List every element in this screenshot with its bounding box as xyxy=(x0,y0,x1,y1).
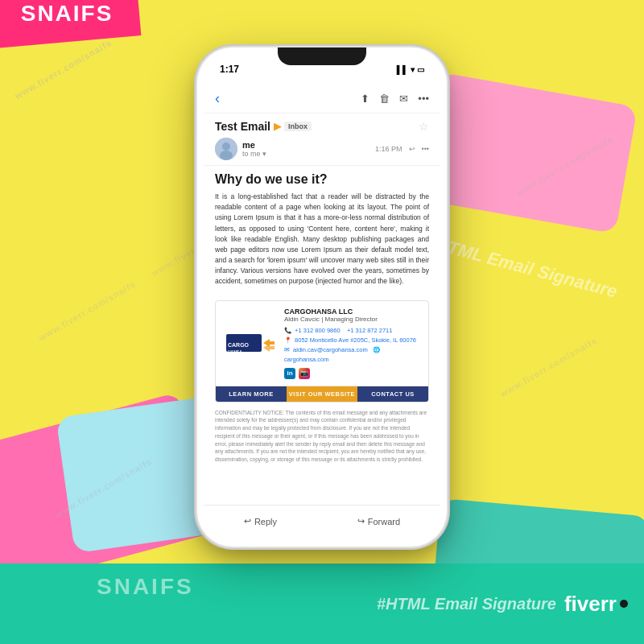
svg-point-1 xyxy=(222,142,230,151)
social-icons: in 📷 xyxy=(284,368,420,379)
star-icon[interactable]: ☆ xyxy=(419,120,429,133)
signature-buttons: LEARN MORE VISIT OUR WEBSITE CONTACT US xyxy=(216,386,428,402)
confidentiality-notice: CONFIDENTIALITY NOTICE: The contents of … xyxy=(215,409,429,464)
status-time: 1:17 xyxy=(220,64,239,75)
reply-bar: ↩ Reply ↪ Forward xyxy=(204,505,440,537)
web-icon: 🌐 xyxy=(373,346,380,353)
signature-block: CARGO HANSA CARGOHANSA LLC Aldin Cavcic … xyxy=(215,300,429,402)
instagram-icon[interactable]: 📷 xyxy=(299,368,310,379)
avatar xyxy=(215,138,237,160)
forward-label: Forward xyxy=(368,517,400,526)
contact-details: 📞 +1 312 800 9860 +1 312 872 2711 📍 8052… xyxy=(284,326,420,365)
signal-icon: ▌▌ xyxy=(397,65,408,74)
reply-icon[interactable]: ↩ xyxy=(409,145,415,153)
time-label: 1:16 PM xyxy=(375,145,402,153)
address-line: 📍 8052 Monticello Ave #205C, Skokie, IL … xyxy=(284,336,420,345)
more-options-icon[interactable]: ••• xyxy=(422,145,429,153)
more-icon[interactable]: ••• xyxy=(418,93,429,105)
email-body-text: It is a long-established fact that a rea… xyxy=(215,192,429,287)
snaifs-bottom-label: SNAIFS xyxy=(97,574,194,600)
phone-body: 1:17 ▌▌ ▾ ▭ ‹ ⬆ 🗑 ✉ ••• xyxy=(197,47,447,547)
svg-text:CARGO: CARGO xyxy=(228,342,250,348)
subject-text: Test Email xyxy=(215,120,270,133)
sender-time: 1:16 PM ↩ ••• xyxy=(375,145,429,153)
dropdown-icon[interactable]: ▾ xyxy=(262,150,266,158)
cargohansa-logo-svg: CARGO HANSA xyxy=(226,328,275,358)
snaifs-banner-label: SNAIFS xyxy=(20,1,113,27)
battery-icon: ▭ xyxy=(417,65,424,74)
svg-marker-7 xyxy=(263,344,275,352)
html-email-sig-text: #HTML Email Signature xyxy=(377,595,556,613)
bottom-banner: SNAIFS #HTML Email Signature fiverr xyxy=(0,564,644,644)
delete-icon[interactable]: 🗑 xyxy=(379,93,390,105)
sender-details: me to me ▾ xyxy=(242,140,266,158)
email-toolbar: ‹ ⬆ 🗑 ✉ ••• xyxy=(204,85,440,114)
phone-icon-1: 📞 xyxy=(284,327,291,334)
fiverr-text: fiverr xyxy=(564,592,617,617)
inbox-badge: Inbox xyxy=(284,122,312,131)
forward-button[interactable]: ↪ Forward xyxy=(357,516,400,526)
sender-to: to me ▾ xyxy=(242,150,266,158)
sender-name: me xyxy=(242,140,266,150)
mail-icon-sig: ✉ xyxy=(284,346,290,353)
phone-line-1: 📞 +1 312 800 9860 +1 312 872 2711 xyxy=(284,326,420,336)
reply-arrow-icon: ↩ xyxy=(244,516,251,526)
mail-icon[interactable]: ✉ xyxy=(399,93,408,105)
phone-screen: 1:17 ▌▌ ▾ ▭ ‹ ⬆ 🗑 ✉ ••• xyxy=(204,57,440,537)
email-body: Why do we use it? It is a long-establish… xyxy=(204,166,440,485)
svg-text:HANSA: HANSA xyxy=(228,349,242,354)
sender-row: me to me ▾ 1:16 PM ↩ ••• xyxy=(215,138,429,160)
subject-row: Test Email ▶ Inbox ☆ xyxy=(215,120,429,133)
visit-website-button[interactable]: VISIT OUR WEBSITE xyxy=(287,386,357,402)
archive-icon[interactable]: ⬆ xyxy=(361,93,369,105)
arrow-icon: ▶ xyxy=(274,121,281,132)
phone-notch xyxy=(278,47,366,65)
fiverr-dot xyxy=(620,600,628,608)
signature-header: CARGO HANSA CARGOHANSA LLC Aldin Cavcic … xyxy=(216,301,428,386)
back-button[interactable]: ‹ xyxy=(215,90,220,107)
email-content: Why do we use it? It is a long-establish… xyxy=(204,166,440,294)
toolbar-actions: ⬆ 🗑 ✉ ••• xyxy=(361,93,429,105)
sender-info: me to me ▾ xyxy=(215,138,266,160)
email-subject: Test Email ▶ Inbox xyxy=(215,120,312,133)
company-name: CARGOHANSA LLC xyxy=(284,308,420,316)
forward-arrow-icon: ↪ xyxy=(357,516,365,526)
fiverr-logo: fiverr xyxy=(564,592,628,617)
reply-button[interactable]: ↩ Reply xyxy=(244,516,277,526)
phone: 1:17 ▌▌ ▾ ▭ ‹ ⬆ 🗑 ✉ ••• xyxy=(197,47,447,547)
avatar-image xyxy=(215,138,237,160)
wifi-icon: ▾ xyxy=(411,65,415,74)
svg-point-2 xyxy=(220,151,233,160)
contact-us-button[interactable]: CONTACT US xyxy=(357,386,428,402)
learn-more-button[interactable]: LEARN MORE xyxy=(216,386,287,402)
email-title: Why do we use it? xyxy=(215,172,429,187)
linkedin-icon[interactable]: in xyxy=(284,368,295,379)
location-icon: 📍 xyxy=(284,336,291,344)
email-header: Test Email ▶ Inbox ☆ xyxy=(204,114,440,166)
status-icons: ▌▌ ▾ ▭ xyxy=(397,65,424,74)
signature-info: CARGOHANSA LLC Aldin Cavcic | Managing D… xyxy=(284,308,420,379)
email-line: ✉ aldin.cav@cargohansa.com 🌐 cargohansa.… xyxy=(284,345,420,365)
reply-label: Reply xyxy=(254,517,277,526)
contact-name: Aldin Cavcic | Managing Director xyxy=(284,316,420,323)
company-logo: CARGO HANSA xyxy=(224,328,276,358)
